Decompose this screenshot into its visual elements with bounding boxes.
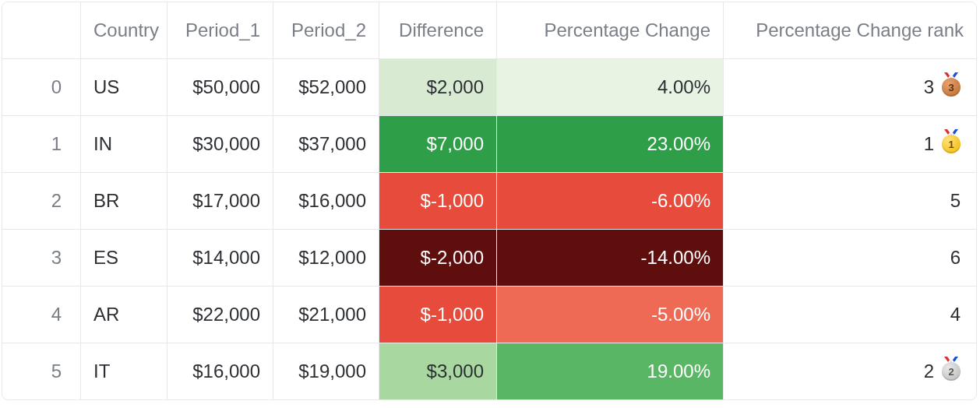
col-pct-change: Percentage Change	[497, 2, 724, 59]
cell-pct-change: -14.00%	[497, 230, 724, 287]
cell-difference: $2,000	[379, 59, 497, 116]
cell-pct-change: -5.00%	[497, 287, 724, 343]
cell-period1: $22,000	[167, 287, 273, 343]
cell-rank: 22	[724, 343, 977, 400]
cell-pct-change: 4.00%	[497, 59, 724, 116]
col-country: Country	[81, 2, 167, 59]
cell-period1: $17,000	[167, 173, 273, 230]
col-period1: Period_1	[167, 2, 273, 59]
cell-period1: $30,000	[167, 116, 273, 173]
cell-index: 4	[2, 287, 81, 343]
col-difference-label: Difference	[379, 19, 496, 41]
cell-country: AR	[81, 287, 167, 343]
cell-country: IT	[81, 343, 167, 400]
table-row: 4AR$22,000$21,000$-1,000-5.00%4	[2, 287, 976, 343]
cell-rank: 4	[724, 287, 977, 343]
cell-country: BR	[81, 173, 167, 230]
cell-index: 3	[2, 230, 81, 287]
table-row: 5IT$16,000$19,000$3,00019.00%22	[2, 343, 976, 400]
rank-number: 4	[950, 304, 961, 325]
cell-country: US	[81, 59, 167, 116]
col-country-label: Country	[81, 19, 167, 41]
cell-period1: $14,000	[167, 230, 273, 287]
col-pct-change-label: Percentage Change	[497, 19, 723, 41]
gold-medal-icon: 1	[942, 135, 961, 153]
rank-number: 2	[924, 361, 934, 382]
cell-period2: $12,000	[273, 230, 379, 287]
cell-difference: $-1,000	[379, 287, 497, 343]
table-row: 2BR$17,000$16,000$-1,000-6.00%5	[2, 173, 976, 230]
silver-medal-icon: 2	[942, 362, 961, 381]
cell-difference: $-2,000	[379, 230, 497, 287]
cell-period1: $16,000	[167, 343, 273, 400]
table-row: 3ES$14,000$12,000$-2,000-14.00%6	[2, 230, 976, 287]
cell-difference: $-1,000	[379, 173, 497, 230]
col-index	[2, 2, 81, 59]
table-row: 0US$50,000$52,000$2,0004.00%33	[2, 59, 976, 116]
table-row: 1IN$30,000$37,000$7,00023.00%11	[2, 116, 976, 173]
bronze-medal-icon: 3	[942, 78, 961, 97]
cell-rank: 5	[724, 173, 977, 230]
cell-index: 2	[2, 173, 81, 230]
cell-period2: $19,000	[273, 343, 379, 400]
table: Country Period_1 Period_2 Difference Per…	[2, 2, 976, 399]
cell-rank: 11	[724, 116, 977, 173]
col-period2: Period_2	[273, 2, 379, 59]
cell-difference: $7,000	[379, 116, 497, 173]
cell-period2: $21,000	[273, 287, 379, 343]
table-body: 0US$50,000$52,000$2,0004.00%331IN$30,000…	[2, 59, 976, 400]
cell-difference: $3,000	[379, 343, 497, 400]
cell-pct-change: 19.00%	[497, 343, 724, 400]
cell-period1: $50,000	[167, 59, 273, 116]
data-table: Country Period_1 Period_2 Difference Per…	[2, 2, 977, 400]
cell-index: 0	[2, 59, 81, 116]
cell-rank: 6	[724, 230, 977, 287]
cell-pct-change: 23.00%	[497, 116, 724, 173]
cell-period2: $37,000	[273, 116, 379, 173]
table-header-row: Country Period_1 Period_2 Difference Per…	[2, 2, 976, 59]
rank-number: 6	[950, 247, 961, 269]
cell-rank: 33	[724, 59, 977, 116]
cell-period2: $16,000	[273, 173, 379, 230]
cell-country: ES	[81, 230, 167, 287]
cell-pct-change: -6.00%	[497, 173, 724, 230]
rank-number: 1	[924, 133, 934, 155]
rank-number: 3	[924, 76, 934, 98]
cell-index: 1	[2, 116, 81, 173]
cell-period2: $52,000	[273, 59, 379, 116]
col-difference: Difference	[379, 2, 497, 59]
rank-number: 5	[950, 190, 961, 212]
col-pct-rank: Percentage Change rank	[724, 2, 977, 59]
col-pct-rank-label: Percentage Change rank	[724, 19, 976, 41]
col-period1-label: Period_1	[167, 19, 273, 41]
col-period2-label: Period_2	[273, 19, 379, 41]
cell-index: 5	[2, 343, 81, 400]
cell-country: IN	[81, 116, 167, 173]
